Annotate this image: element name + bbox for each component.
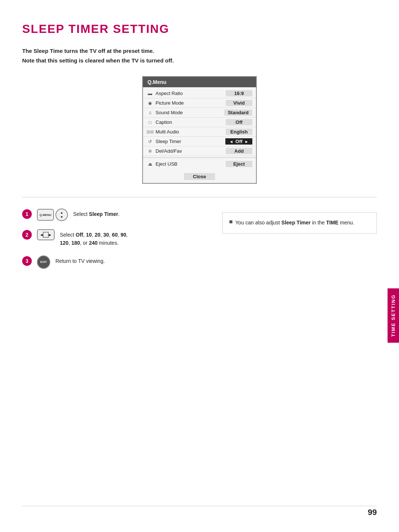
- note-bullet: You can also adjust Sleep Timer in the T…: [229, 218, 370, 227]
- nav-horizontal-button[interactable]: ◄ ►: [37, 229, 55, 240]
- qmenu-value-eject: Eject: [226, 161, 252, 167]
- qmenu-label-caption: Caption: [156, 119, 172, 125]
- exit-button-label: EXIT: [40, 260, 47, 264]
- qmenu-label-picture: Picture Mode: [156, 100, 184, 106]
- qmenu-value-caption: Off: [226, 119, 252, 125]
- steps-right: You can also adjust Sleep Timer in the T…: [222, 209, 377, 277]
- page-number: 99: [368, 508, 377, 517]
- delfav-icon: ⊞: [147, 149, 153, 153]
- note-sleep-timer: Sleep Timer: [282, 220, 311, 226]
- step-2-240: 240: [89, 240, 98, 246]
- side-tab: TIME SETTING: [388, 288, 399, 343]
- step-2: 2 ◄ ► Select Off, 10, 20, 30, 60, 90, 12…: [22, 229, 208, 247]
- qmenu-row-delfav: ⊞ Del/Add/Fav Add: [143, 146, 256, 156]
- note-time-menu: TIME: [326, 220, 338, 226]
- caption-icon: □: [147, 120, 153, 125]
- qmenu-label-sleep: Sleep Timer: [156, 139, 181, 144]
- bottom-line: [22, 506, 377, 506]
- step-2-30: 30: [103, 232, 109, 238]
- nav-vertical-button[interactable]: ▲ ▼: [55, 209, 68, 221]
- qmenu-label-sound: Sound Mode: [156, 110, 183, 115]
- qmenu-rows: ▬ Aspect Ratio 16:9 ◉ Picture Mode Vivid…: [143, 87, 256, 170]
- sleep-value: Off: [235, 139, 242, 144]
- qmenu-close-row: Close: [143, 170, 256, 183]
- step-2-120: 120: [60, 240, 68, 246]
- intro-line2: Note that this setting is cleared when t…: [22, 56, 399, 65]
- step-2-180: 180: [71, 240, 80, 246]
- qmenu-row-aspect: ▬ Aspect Ratio 16:9: [143, 89, 256, 98]
- step-2-off: Off: [76, 232, 83, 238]
- qmenu-box: Q.Menu ▬ Aspect Ratio 16:9 ◉ Picture Mod…: [142, 76, 257, 184]
- qmenu-row-multiaudio: ((o)) Multi Audio English: [143, 127, 256, 137]
- arrow-right-icon: ►: [245, 139, 249, 144]
- up-arrow-icon: ▲: [60, 211, 64, 214]
- sound-icon: ♫: [147, 110, 153, 115]
- qmenu-value-aspect: 16:9: [226, 90, 252, 96]
- qmenu-value-picture: Vivid: [226, 100, 252, 106]
- note-text: You can also adjust Sleep Timer in the T…: [235, 218, 354, 227]
- qmenu-label-eject: Eject USB: [156, 161, 177, 167]
- step-3-text: Return to TV viewing.: [55, 255, 105, 265]
- exit-button[interactable]: EXIT: [37, 255, 50, 269]
- qmenu-label-delfav: Del/Add/Fav: [156, 148, 182, 154]
- step-number-1: 1: [22, 209, 32, 219]
- picture-icon: ◉: [147, 101, 153, 106]
- qmenu-value-sound: Standard: [224, 109, 252, 116]
- bullet-icon: [229, 220, 232, 223]
- page-title: SLEEP TIMER SETTING: [0, 0, 399, 36]
- down-arrow-icon: ▼: [60, 215, 64, 219]
- step-2-60: 60: [112, 232, 118, 238]
- multiaudio-icon: ((o)): [147, 130, 153, 134]
- step-2-buttons: ◄ ►: [37, 229, 55, 240]
- step-3-buttons: EXIT: [37, 255, 50, 269]
- step-1-buttons: Q.MENU ▲ ▼: [37, 209, 68, 221]
- qmenu-title: Q.Menu: [143, 77, 256, 87]
- qmenu-value-delfav: Add: [226, 148, 252, 154]
- step-1: 1 Q.MENU ▲ ▼ Select Sleep Timer.: [22, 209, 208, 221]
- qmenu-value-sleep: ◄ Off ►: [225, 138, 252, 145]
- qmenu-button-label: Q.MENU: [40, 213, 51, 217]
- eject-icon: ⏏: [147, 162, 153, 167]
- aspect-icon: ▬: [147, 91, 153, 96]
- step-2-20: 20: [95, 232, 100, 238]
- qmenu-button[interactable]: Q.MENU: [37, 209, 54, 221]
- step-2-90: 90: [120, 232, 126, 238]
- step-1-text: Select Sleep Timer.: [73, 209, 120, 218]
- step-3: 3 EXIT Return to TV viewing.: [22, 255, 208, 269]
- note-box: You can also adjust Sleep Timer in the T…: [222, 212, 377, 234]
- close-button[interactable]: Close: [184, 173, 215, 180]
- step-2-10: 10: [86, 232, 92, 238]
- qmenu-row-sleep: ↺ Sleep Timer ◄ Off ►: [143, 137, 256, 146]
- intro-text: The Sleep Time turns the TV off at the p…: [0, 36, 399, 65]
- qmenu-value-multiaudio: English: [226, 129, 252, 135]
- step-2-text: Select Off, 10, 20, 30, 60, 90, 120, 180…: [60, 229, 128, 247]
- arrow-left-icon: ◄: [229, 139, 233, 144]
- qmenu-label-multiaudio: Multi Audio: [156, 129, 179, 135]
- qmenu-row-caption: □ Caption Off: [143, 118, 256, 127]
- sleep-icon: ↺: [147, 139, 153, 144]
- step-1-bold: Sleep Timer: [89, 211, 118, 217]
- center-square-icon: [43, 232, 49, 238]
- steps-left: 1 Q.MENU ▲ ▼ Select Sleep Timer. 2 ◄: [22, 209, 208, 277]
- qmenu-wrapper: Q.Menu ▬ Aspect Ratio 16:9 ◉ Picture Mod…: [0, 76, 399, 184]
- qmenu-row-picture: ◉ Picture Mode Vivid: [143, 98, 256, 108]
- qmenu-row-eject: ⏏ Eject USB Eject: [143, 159, 256, 169]
- intro-line1: The Sleep Time turns the TV off at the p…: [22, 46, 399, 56]
- step-number-3: 3: [22, 256, 32, 266]
- qmenu-row-sound: ♫ Sound Mode Standard: [143, 108, 256, 118]
- steps-section: 1 Q.MENU ▲ ▼ Select Sleep Timer. 2 ◄: [0, 197, 399, 277]
- step-number-2: 2: [22, 230, 32, 240]
- qmenu-label-aspect: Aspect Ratio: [156, 91, 183, 96]
